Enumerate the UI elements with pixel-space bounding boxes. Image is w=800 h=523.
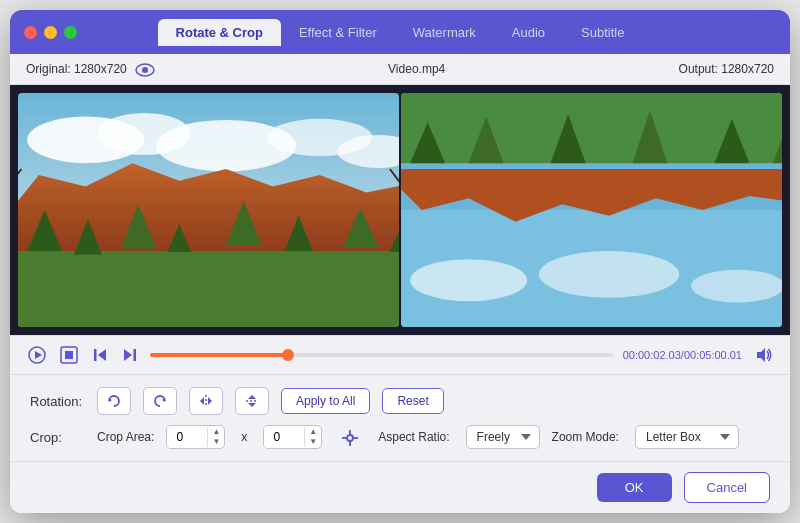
step-forward-button[interactable] [120,345,140,365]
volume-button[interactable] [752,344,774,366]
svg-marker-51 [162,398,165,402]
original-preview [18,93,399,327]
svg-marker-54 [208,397,212,405]
crop-y-input[interactable] [264,426,304,448]
apply-to-all-button[interactable]: Apply to All [281,388,370,414]
crop-y-spinners: ▲ ▼ [304,427,321,447]
svg-point-62 [347,435,353,441]
stop-button[interactable] [58,344,80,366]
time-display: 00:00:02.03/00:05:00.01 [623,349,742,361]
tab-rotate-crop[interactable]: Rotate & Crop [158,19,281,46]
svg-marker-50 [109,398,112,402]
filename: Video.mp4 [388,62,445,76]
svg-rect-46 [94,349,97,361]
crop-area-label: Crop Area: [97,430,154,444]
eye-icon[interactable] [135,60,155,78]
svg-marker-57 [248,403,256,407]
original-info: Original: 1280x720 [26,60,155,78]
video-info-bar: Original: 1280x720 Video.mp4 Output: 128… [10,54,790,85]
svg-rect-9 [18,251,399,327]
rotate-right-button[interactable] [143,387,177,415]
tab-watermark[interactable]: Watermark [395,19,494,46]
svg-marker-47 [124,349,132,361]
crosshair-icon[interactable] [340,426,360,447]
progress-thumb [282,349,294,361]
svg-marker-42 [35,351,42,359]
progress-bar[interactable] [150,353,613,357]
progress-fill [150,353,289,357]
playback-controls: 00:00:02.03/00:05:00.01 [10,335,790,374]
close-button[interactable] [24,26,37,39]
bottom-bar: OK Cancel [10,461,790,513]
rotation-label: Rotation: [30,394,85,409]
ok-button[interactable]: OK [597,473,672,502]
minimize-button[interactable] [44,26,57,39]
crop-y-up[interactable]: ▲ [305,427,321,437]
crop-x-up[interactable]: ▲ [208,427,224,437]
zoom-mode-dropdown[interactable]: Letter Box Pan & Scan Full [635,425,739,449]
titlebar: Rotate & Crop Effect & Filter Watermark … [10,10,790,54]
svg-marker-53 [200,397,204,405]
crop-y-input-group: ▲ ▼ [263,425,322,449]
crop-row: Crop: Crop Area: ▲ ▼ x ▲ ▼ [30,425,770,449]
reset-button[interactable]: Reset [382,388,443,414]
play-button[interactable] [26,344,48,366]
flip-vertical-button[interactable] [235,387,269,415]
tab-subtitle[interactable]: Subtitle [563,19,642,46]
crop-label: Crop: [30,430,85,445]
crop-y-down[interactable]: ▼ [305,437,321,447]
rotate-left-button[interactable] [97,387,131,415]
svg-marker-49 [757,348,765,362]
crop-x-input-group: ▲ ▼ [166,425,225,449]
aspect-ratio-dropdown[interactable]: Freely 16:9 4:3 1:1 9:16 [466,425,540,449]
svg-point-26 [410,259,527,301]
original-resolution: Original: 1280x720 [26,62,127,76]
svg-rect-44 [65,351,73,359]
crop-x-down[interactable]: ▼ [208,437,224,447]
svg-rect-48 [134,349,137,361]
svg-marker-45 [98,349,106,361]
maximize-button[interactable] [64,26,77,39]
flip-horizontal-button[interactable] [189,387,223,415]
preview-area [10,85,790,335]
aspect-ratio-label: Aspect Ratio: [378,430,449,444]
rotation-row: Rotation: [30,387,770,415]
svg-point-1 [142,67,148,73]
tab-audio[interactable]: Audio [494,19,563,46]
crop-x-input[interactable] [167,426,207,448]
main-window: Rotate & Crop Effect & Filter Watermark … [10,10,790,513]
x-separator: x [237,430,251,444]
cancel-button[interactable]: Cancel [684,472,770,503]
traffic-lights [24,26,77,39]
svg-point-28 [691,270,782,303]
tab-effect-filter[interactable]: Effect & Filter [281,19,395,46]
svg-point-27 [539,251,679,298]
content-area: Original: 1280x720 Video.mp4 Output: 128… [10,54,790,513]
tab-bar: Rotate & Crop Effect & Filter Watermark … [158,19,643,46]
step-back-button[interactable] [90,345,110,365]
output-preview [401,93,782,327]
zoom-mode-label: Zoom Mode: [552,430,619,444]
crop-x-spinners: ▲ ▼ [207,427,224,447]
output-resolution: Output: 1280x720 [679,62,774,76]
controls-panel: Rotation: [10,374,790,461]
svg-marker-56 [248,395,256,399]
